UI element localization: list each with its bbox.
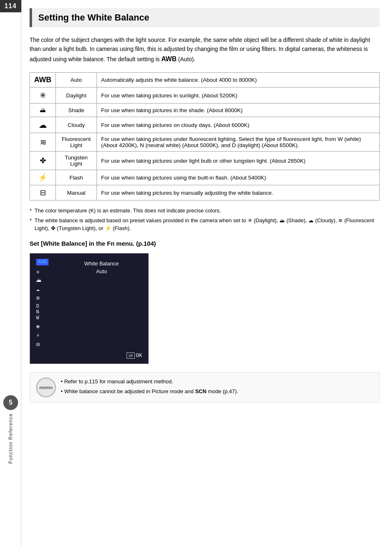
main-content: Setting the White Balance The color of t… (21, 0, 392, 546)
icon-cell-shade: ⛰ (30, 104, 56, 117)
icon-cell-manual: ⊟ (30, 185, 56, 200)
camera-ui-icons: AWB ✳ ⛰ ☁ ≋ DNW ✤ ⚡ ⊟ (36, 258, 61, 348)
desc-cell-shade: For use when taking pictures in the shad… (97, 104, 380, 117)
camera-icon-tungsten: ✤ (36, 323, 61, 330)
camera-icon-dnw: DNW (36, 304, 61, 321)
name-cell-tungsten: Tungsten Light (56, 152, 97, 170)
memo-bullet-1: Refer to p.115 for manual adjustment met… (61, 378, 238, 386)
name-cell-daylight: Daylight (56, 88, 97, 104)
desc-cell-manual: For use when taking pictures by manually… (97, 185, 380, 200)
table-row: ☁ Cloudy For use when taking pictures on… (30, 117, 380, 133)
page-number: 114 (0, 0, 21, 12)
table-row: ✳ Daylight For use when taking pictures … (30, 88, 380, 104)
camera-ok-area: okOK (36, 352, 142, 359)
left-sidebar: 114 5 Function Reference (0, 0, 21, 546)
name-cell-cloudy: Cloudy (56, 117, 97, 133)
desc-cell-cloudy: For use when taking pictures on cloudy d… (97, 117, 380, 133)
memo-box: memo Refer to p.115 for manual adjustmen… (30, 372, 380, 403)
desc-cell-auto: Automatically adjusts the white balance.… (97, 73, 380, 88)
icon-cell-fluor: ≋ (30, 133, 56, 152)
camera-icon-fluor: ≋ (36, 295, 61, 302)
icon-cell-daylight: ✳ (30, 88, 56, 104)
desc-cell-daylight: For use when taking pictures in sunlight… (97, 88, 380, 104)
memo-content: Refer to p.115 for manual adjustment met… (61, 378, 238, 397)
camera-ui: AWB ✳ ⛰ ☁ ≋ DNW ✤ ⚡ ⊟ (30, 253, 149, 364)
chapter-badge: 5 (3, 395, 18, 410)
table-row: AWB Auto Automatically adjusts the white… (30, 73, 380, 88)
name-cell-flash: Flash (56, 170, 97, 185)
chapter-text: Function Reference (8, 413, 14, 464)
name-cell-fluor: Fluorescent Light (56, 133, 97, 152)
footnote-1: * The color temperature (K) is an estima… (30, 207, 380, 215)
wb-table: AWB Auto Automatically adjusts the white… (30, 72, 380, 200)
intro-text: The color of the subject changes with th… (30, 37, 370, 62)
title-section: Setting the White Balance (30, 8, 380, 27)
table-row: ⚡ Flash For use when taking pictures usi… (30, 170, 380, 185)
camera-icon-shade: ⛰ (36, 277, 61, 283)
icon-cell-flash: ⚡ (30, 170, 56, 185)
name-cell-shade: Shade (56, 104, 97, 117)
page-title: Setting the White Balance (38, 12, 374, 23)
icon-cell-tungsten: ✤ (30, 152, 56, 170)
desc-cell-flash: For use when taking pictures using the b… (97, 170, 380, 185)
chapter-label-container: 5 Function Reference (0, 395, 21, 464)
memo-icon-label: memo (39, 385, 53, 390)
camera-icon-awb: AWB (36, 259, 48, 265)
camera-wb-title: White Balance (84, 260, 119, 267)
name-cell-auto: Auto (56, 73, 97, 88)
table-row: ⛰ Shade For use when taking pictures in … (30, 104, 380, 117)
scn-label: SCN (195, 388, 206, 394)
table-row: ≋ Fluorescent Light For use when taking … (30, 133, 380, 152)
desc-cell-tungsten: For use when taking pictures under light… (97, 152, 380, 170)
table-row: ✤ Tungsten Light For use when taking pic… (30, 152, 380, 170)
auto-suffix: (Auto). (177, 56, 196, 62)
name-cell-manual: Manual (56, 185, 97, 200)
camera-auto-label: Auto (96, 268, 107, 274)
icon-cell-cloudy: ☁ (30, 117, 56, 133)
camera-icon-cloud: ☁ (36, 286, 61, 293)
footnote-2: * The white balance is adjusted based on… (30, 217, 380, 233)
footnotes: * The color temperature (K) is an estima… (30, 207, 380, 233)
table-row: ⊟ Manual For use when taking pictures by… (30, 185, 380, 200)
camera-icon-sun: ✳ (36, 268, 61, 275)
camera-icon-manual: ⊟ (36, 341, 61, 348)
intro-paragraph: The color of the subject changes with th… (30, 35, 380, 64)
icon-cell-awb: AWB (30, 73, 56, 88)
awb-label: AWB (161, 55, 176, 62)
memo-bullet-2: White balance cannot be adjusted in Pict… (61, 387, 238, 396)
ok-box: ok (127, 352, 135, 359)
set-instruction: Set [White Balance] in the Fn menu. (p.1… (30, 240, 380, 247)
desc-cell-fluor: For use when taking pictures under fluor… (97, 133, 380, 152)
camera-ui-container: AWB ✳ ⛰ ☁ ≋ DNW ✤ ⚡ ⊟ (30, 253, 380, 364)
camera-icon-flash: ⚡ (36, 332, 61, 339)
memo-icon: memo (36, 378, 56, 397)
ok-label: OK (136, 352, 142, 359)
